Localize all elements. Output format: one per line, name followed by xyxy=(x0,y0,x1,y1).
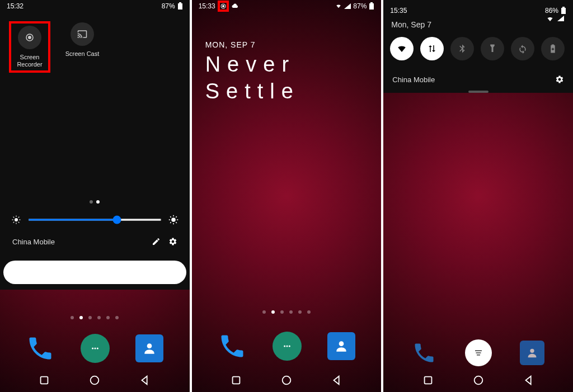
brightness-slider-row xyxy=(10,215,180,225)
svg-line-20 xyxy=(170,222,171,223)
gear-icon[interactable] xyxy=(168,237,177,246)
signal-icon xyxy=(344,3,351,9)
dock xyxy=(383,337,573,369)
app-phone[interactable] xyxy=(26,334,55,363)
app-drawer-button[interactable] xyxy=(465,339,492,366)
svg-rect-40 xyxy=(562,7,565,8)
shade-date: Mon, Sep 7 xyxy=(391,20,566,29)
nav-home[interactable] xyxy=(472,374,485,386)
battery-percent: 87% xyxy=(353,2,367,10)
svg-rect-32 xyxy=(370,2,373,3)
svg-point-25 xyxy=(97,347,98,349)
app-messages[interactable] xyxy=(81,334,110,363)
panel-actions xyxy=(152,237,177,246)
carrier-row: China Mobile xyxy=(10,233,180,251)
home-headline: Never Settle xyxy=(205,51,300,105)
svg-rect-27 xyxy=(41,377,48,384)
svg-point-28 xyxy=(91,376,99,385)
svg-line-19 xyxy=(176,222,177,223)
svg-point-44 xyxy=(530,349,534,353)
shade-handle[interactable] xyxy=(468,91,489,93)
screenshot-1-quick-settings: 15:32 87% Screen Recorder Screen C xyxy=(0,0,190,392)
screen-cast-icon xyxy=(71,22,94,46)
qs-autorotate[interactable] xyxy=(511,37,534,60)
qs-wifi[interactable] xyxy=(390,37,414,60)
qs-mobile-data[interactable] xyxy=(420,37,444,60)
brightness-auto-icon xyxy=(168,215,179,225)
nav-bar xyxy=(383,369,573,392)
gear-icon[interactable] xyxy=(555,75,564,84)
svg-rect-45 xyxy=(424,377,431,384)
svg-line-12 xyxy=(18,217,20,218)
svg-point-26 xyxy=(147,343,152,348)
wifi-icon xyxy=(335,3,342,9)
app-phone[interactable] xyxy=(218,332,247,361)
battery-icon xyxy=(369,2,374,10)
tile-screen-recorder[interactable]: Screen Recorder xyxy=(10,22,49,72)
search-pill[interactable] xyxy=(3,261,186,284)
nav-bar xyxy=(0,369,190,392)
battery-icon xyxy=(561,7,566,15)
edit-icon[interactable] xyxy=(152,237,161,246)
qs-battery-saver[interactable] xyxy=(541,37,565,60)
home-pager-dots xyxy=(0,316,190,319)
status-bar: 15:35 86% xyxy=(390,4,566,17)
tiles-area: Screen Recorder Screen Cast China Mobil xyxy=(0,12,190,255)
status-time: 15:35 xyxy=(390,7,407,15)
svg-point-46 xyxy=(474,376,482,385)
nav-back[interactable] xyxy=(331,374,343,386)
tile-label-screen-recorder: Screen Recorder xyxy=(17,54,42,68)
svg-point-35 xyxy=(289,345,290,347)
screen-recorder-icon xyxy=(18,26,41,49)
home-pager-dots xyxy=(192,310,382,314)
app-contacts[interactable] xyxy=(135,334,163,362)
nav-back[interactable] xyxy=(139,374,151,386)
status-time: 15:33 xyxy=(199,2,215,10)
nav-recents[interactable] xyxy=(38,374,50,386)
nav-home[interactable] xyxy=(88,374,101,386)
svg-point-4 xyxy=(15,218,18,221)
app-phone[interactable] xyxy=(412,341,436,365)
tile-label-screen-cast: Screen Cast xyxy=(65,50,100,58)
svg-point-24 xyxy=(95,347,96,349)
svg-rect-1 xyxy=(179,2,181,3)
svg-point-23 xyxy=(92,347,93,349)
svg-point-33 xyxy=(284,345,285,347)
app-contacts[interactable] xyxy=(327,332,355,360)
home-date: MON, SEP 7 xyxy=(205,40,256,49)
app-messages[interactable] xyxy=(273,332,302,361)
status-time: 15:32 xyxy=(7,2,24,10)
svg-rect-39 xyxy=(561,8,566,14)
cloud-icon xyxy=(231,3,239,10)
brightness-low-icon xyxy=(11,215,21,225)
app-contacts[interactable] xyxy=(520,341,544,365)
status-right: 87% xyxy=(162,2,183,10)
brightness-slider[interactable] xyxy=(28,219,162,221)
nav-home[interactable] xyxy=(280,374,293,386)
svg-line-21 xyxy=(176,216,177,218)
svg-line-9 xyxy=(13,217,15,218)
qs-bluetooth[interactable] xyxy=(450,37,474,60)
carrier-name: China Mobile xyxy=(12,238,55,246)
svg-line-10 xyxy=(18,222,20,223)
quick-settings-panel: 15:32 87% Screen Recorder Screen C xyxy=(0,0,190,290)
drawer-icon xyxy=(473,348,483,358)
svg-point-13 xyxy=(171,218,176,222)
battery-percent: 86% xyxy=(545,7,558,15)
nav-back[interactable] xyxy=(523,374,535,386)
carrier-name: China Mobile xyxy=(392,75,435,84)
dock xyxy=(0,334,190,363)
tile-screen-cast[interactable]: Screen Cast xyxy=(63,22,102,72)
status-bar: 15:33 87% xyxy=(192,0,382,12)
svg-rect-31 xyxy=(369,3,374,10)
notification-shade: 15:35 86% Mon, Sep 7 China Mobile xyxy=(383,0,573,93)
qs-flashlight[interactable] xyxy=(481,37,504,60)
nav-recents[interactable] xyxy=(230,374,242,386)
svg-point-34 xyxy=(286,345,288,347)
svg-point-38 xyxy=(283,376,291,385)
nav-recents[interactable] xyxy=(422,374,434,386)
quick-toggle-row xyxy=(390,37,566,60)
status-bar: 15:32 87% xyxy=(0,0,190,12)
dock xyxy=(192,332,382,361)
home-lower xyxy=(0,290,190,392)
